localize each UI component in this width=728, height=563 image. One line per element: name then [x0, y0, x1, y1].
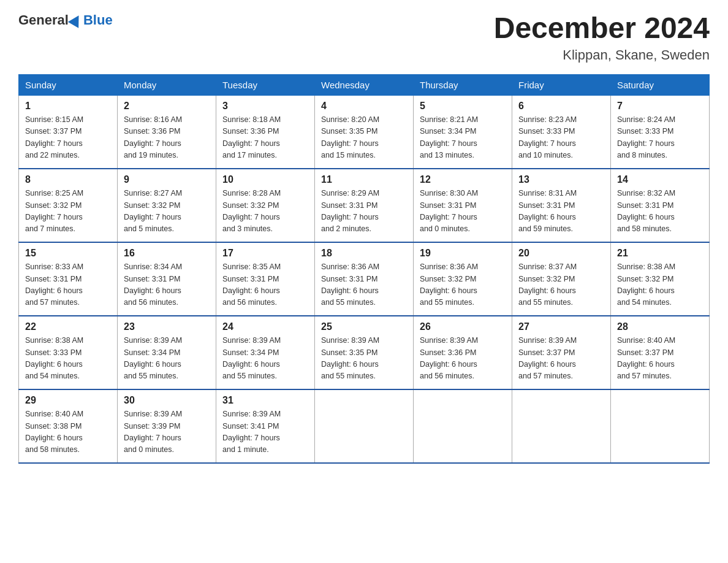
day-info: Sunrise: 8:20 AM Sunset: 3:35 PM Dayligh… — [321, 114, 407, 162]
week-row-5: 29Sunrise: 8:40 AM Sunset: 3:38 PM Dayli… — [19, 389, 710, 463]
day-info: Sunrise: 8:36 AM Sunset: 3:32 PM Dayligh… — [420, 261, 506, 309]
day-number: 4 — [321, 101, 407, 112]
day-cell — [414, 389, 512, 463]
day-info: Sunrise: 8:38 AM Sunset: 3:32 PM Dayligh… — [617, 261, 703, 309]
day-cell: 16Sunrise: 8:34 AM Sunset: 3:31 PM Dayli… — [118, 242, 216, 316]
calendar-subtitle: Klippan, Skane, Sweden — [494, 47, 710, 63]
day-info: Sunrise: 8:36 AM Sunset: 3:31 PM Dayligh… — [321, 261, 407, 309]
day-number: 26 — [420, 321, 506, 332]
day-number: 23 — [124, 321, 210, 332]
day-number: 2 — [124, 101, 210, 112]
week-row-2: 8Sunrise: 8:25 AM Sunset: 3:32 PM Daylig… — [19, 169, 710, 242]
day-cell: 25Sunrise: 8:39 AM Sunset: 3:35 PM Dayli… — [315, 316, 414, 389]
header-cell-saturday: Saturday — [611, 74, 710, 95]
day-info: Sunrise: 8:40 AM Sunset: 3:38 PM Dayligh… — [25, 408, 111, 456]
day-number: 15 — [25, 248, 111, 259]
day-info: Sunrise: 8:34 AM Sunset: 3:31 PM Dayligh… — [124, 261, 210, 309]
title-area: December 2024 Klippan, Skane, Sweden — [494, 12, 710, 63]
day-number: 18 — [321, 248, 407, 259]
day-cell — [512, 389, 611, 463]
day-cell: 3Sunrise: 8:18 AM Sunset: 3:36 PM Daylig… — [216, 95, 315, 169]
day-cell: 15Sunrise: 8:33 AM Sunset: 3:31 PM Dayli… — [19, 242, 118, 316]
day-number: 3 — [222, 101, 308, 112]
day-info: Sunrise: 8:23 AM Sunset: 3:33 PM Dayligh… — [518, 114, 604, 162]
header-row: SundayMondayTuesdayWednesdayThursdayFrid… — [19, 74, 710, 95]
day-info: Sunrise: 8:30 AM Sunset: 3:31 PM Dayligh… — [420, 188, 506, 236]
header-cell-sunday: Sunday — [19, 74, 118, 95]
header-cell-tuesday: Tuesday — [216, 74, 315, 95]
calendar-table: SundayMondayTuesdayWednesdayThursdayFrid… — [18, 74, 710, 464]
day-info: Sunrise: 8:39 AM Sunset: 3:34 PM Dayligh… — [124, 335, 210, 383]
day-info: Sunrise: 8:38 AM Sunset: 3:33 PM Dayligh… — [25, 335, 111, 383]
day-info: Sunrise: 8:16 AM Sunset: 3:36 PM Dayligh… — [124, 114, 210, 162]
day-info: Sunrise: 8:31 AM Sunset: 3:31 PM Dayligh… — [518, 188, 604, 236]
day-cell — [315, 389, 414, 463]
day-cell: 28Sunrise: 8:40 AM Sunset: 3:37 PM Dayli… — [611, 316, 710, 389]
day-info: Sunrise: 8:24 AM Sunset: 3:33 PM Dayligh… — [617, 114, 703, 162]
day-cell: 24Sunrise: 8:39 AM Sunset: 3:34 PM Dayli… — [216, 316, 315, 389]
header-cell-monday: Monday — [118, 74, 216, 95]
day-cell: 17Sunrise: 8:35 AM Sunset: 3:31 PM Dayli… — [216, 242, 315, 316]
logo: General Blue — [18, 12, 113, 28]
day-number: 21 — [617, 248, 703, 259]
day-cell: 1Sunrise: 8:15 AM Sunset: 3:37 PM Daylig… — [19, 95, 118, 169]
day-info: Sunrise: 8:37 AM Sunset: 3:32 PM Dayligh… — [518, 261, 604, 309]
logo-general-text: General — [18, 12, 69, 28]
day-info: Sunrise: 8:25 AM Sunset: 3:32 PM Dayligh… — [25, 188, 111, 236]
day-number: 19 — [420, 248, 506, 259]
header-cell-friday: Friday — [512, 74, 611, 95]
week-row-1: 1Sunrise: 8:15 AM Sunset: 3:37 PM Daylig… — [19, 95, 710, 169]
logo-area: General Blue — [18, 12, 113, 28]
day-cell: 30Sunrise: 8:39 AM Sunset: 3:39 PM Dayli… — [118, 389, 216, 463]
day-cell: 31Sunrise: 8:39 AM Sunset: 3:41 PM Dayli… — [216, 389, 315, 463]
day-number: 1 — [25, 101, 111, 112]
day-number: 22 — [25, 321, 111, 332]
day-cell: 19Sunrise: 8:36 AM Sunset: 3:32 PM Dayli… — [414, 242, 512, 316]
day-cell: 27Sunrise: 8:39 AM Sunset: 3:37 PM Dayli… — [512, 316, 611, 389]
day-cell: 23Sunrise: 8:39 AM Sunset: 3:34 PM Dayli… — [118, 316, 216, 389]
day-number: 12 — [420, 174, 506, 185]
day-cell: 11Sunrise: 8:29 AM Sunset: 3:31 PM Dayli… — [315, 169, 414, 242]
day-cell: 2Sunrise: 8:16 AM Sunset: 3:36 PM Daylig… — [118, 95, 216, 169]
header-cell-thursday: Thursday — [414, 74, 512, 95]
day-cell: 21Sunrise: 8:38 AM Sunset: 3:32 PM Dayli… — [611, 242, 710, 316]
day-number: 7 — [617, 101, 703, 112]
day-number: 20 — [518, 248, 604, 259]
day-cell: 29Sunrise: 8:40 AM Sunset: 3:38 PM Dayli… — [19, 389, 118, 463]
day-number: 24 — [222, 321, 308, 332]
day-number: 8 — [25, 174, 111, 185]
calendar-header: SundayMondayTuesdayWednesdayThursdayFrid… — [19, 74, 710, 95]
day-info: Sunrise: 8:32 AM Sunset: 3:31 PM Dayligh… — [617, 188, 703, 236]
day-number: 14 — [617, 174, 703, 185]
day-info: Sunrise: 8:21 AM Sunset: 3:34 PM Dayligh… — [420, 114, 506, 162]
day-cell: 14Sunrise: 8:32 AM Sunset: 3:31 PM Dayli… — [611, 169, 710, 242]
day-info: Sunrise: 8:39 AM Sunset: 3:36 PM Dayligh… — [420, 335, 506, 383]
day-info: Sunrise: 8:40 AM Sunset: 3:37 PM Dayligh… — [617, 335, 703, 383]
header-cell-wednesday: Wednesday — [315, 74, 414, 95]
day-number: 25 — [321, 321, 407, 332]
day-info: Sunrise: 8:39 AM Sunset: 3:41 PM Dayligh… — [222, 408, 308, 456]
day-cell: 8Sunrise: 8:25 AM Sunset: 3:32 PM Daylig… — [19, 169, 118, 242]
day-number: 9 — [124, 174, 210, 185]
day-info: Sunrise: 8:39 AM Sunset: 3:35 PM Dayligh… — [321, 335, 407, 383]
day-number: 29 — [25, 395, 111, 406]
day-cell: 7Sunrise: 8:24 AM Sunset: 3:33 PM Daylig… — [611, 95, 710, 169]
day-info: Sunrise: 8:33 AM Sunset: 3:31 PM Dayligh… — [25, 261, 111, 309]
day-cell: 12Sunrise: 8:30 AM Sunset: 3:31 PM Dayli… — [414, 169, 512, 242]
day-info: Sunrise: 8:18 AM Sunset: 3:36 PM Dayligh… — [222, 114, 308, 162]
day-info: Sunrise: 8:15 AM Sunset: 3:37 PM Dayligh… — [25, 114, 111, 162]
day-cell: 26Sunrise: 8:39 AM Sunset: 3:36 PM Dayli… — [414, 316, 512, 389]
calendar-body: 1Sunrise: 8:15 AM Sunset: 3:37 PM Daylig… — [19, 95, 710, 463]
day-cell: 18Sunrise: 8:36 AM Sunset: 3:31 PM Dayli… — [315, 242, 414, 316]
day-info: Sunrise: 8:39 AM Sunset: 3:37 PM Dayligh… — [518, 335, 604, 383]
day-number: 31 — [222, 395, 308, 406]
week-row-4: 22Sunrise: 8:38 AM Sunset: 3:33 PM Dayli… — [19, 316, 710, 389]
day-info: Sunrise: 8:39 AM Sunset: 3:39 PM Dayligh… — [124, 408, 210, 456]
calendar-title: December 2024 — [494, 12, 710, 45]
day-cell: 10Sunrise: 8:28 AM Sunset: 3:32 PM Dayli… — [216, 169, 315, 242]
day-info: Sunrise: 8:28 AM Sunset: 3:32 PM Dayligh… — [222, 188, 308, 236]
day-cell: 6Sunrise: 8:23 AM Sunset: 3:33 PM Daylig… — [512, 95, 611, 169]
logo-blue-text: Blue — [83, 12, 113, 28]
day-cell: 22Sunrise: 8:38 AM Sunset: 3:33 PM Dayli… — [19, 316, 118, 389]
week-row-3: 15Sunrise: 8:33 AM Sunset: 3:31 PM Dayli… — [19, 242, 710, 316]
